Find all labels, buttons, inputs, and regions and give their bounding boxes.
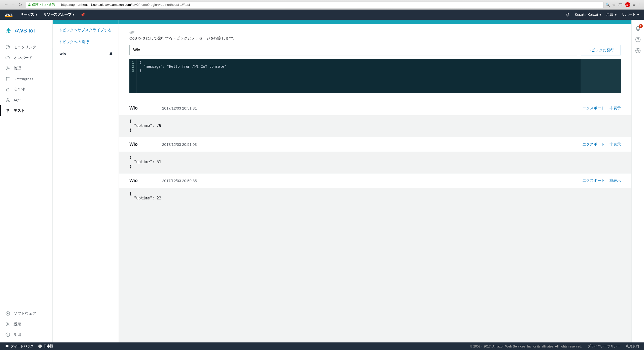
nav-support[interactable]: サポート▾: [622, 12, 639, 17]
gear-icon: [5, 65, 11, 71]
notifications-icon[interactable]: 1: [635, 26, 641, 31]
messages-list: Wio2017/12/03 20:51:31エクスポート非表示{ "uptime…: [119, 101, 631, 205]
sidebar-item-learn[interactable]: 学習: [0, 329, 52, 340]
aws-logo[interactable]: aws: [5, 12, 13, 17]
browser-back[interactable]: ←: [3, 1, 10, 8]
help-icon[interactable]: [635, 37, 641, 42]
footer: フィードバック 日本語 © 2008 - 2017, Amazon Web Se…: [0, 342, 644, 350]
star-icon[interactable]: ☆: [612, 3, 616, 7]
notification-count: 1: [639, 24, 643, 28]
teal-header-bar: [119, 20, 631, 24]
publish-button[interactable]: トピックに発行: [581, 45, 621, 55]
nav-pin-icon[interactable]: 📌: [81, 13, 85, 17]
footer-privacy[interactable]: プライバシーポリシー: [588, 344, 620, 348]
message-item: Wio2017/12/03 20:51:31エクスポート非表示{ "uptime…: [119, 101, 631, 137]
sidebar-item-act[interactable]: ACT: [0, 95, 52, 105]
message-body: { "uptime": 79 }: [119, 115, 631, 137]
sidebar-item-software[interactable]: ソフトウェア: [0, 308, 52, 319]
secure-label: 保護された通信: [32, 3, 55, 7]
topic-name: Wio: [59, 52, 66, 56]
sidebar-item-test[interactable]: テスト: [0, 105, 52, 116]
message-timestamp: 2017/12/03 20:50:35: [162, 179, 582, 183]
sidebar-item-manage[interactable]: 管理: [0, 63, 52, 74]
sidebar-item-label: モニタリング: [14, 45, 36, 50]
browser-reload[interactable]: ↻: [17, 1, 24, 8]
lock-icon: [28, 3, 31, 6]
sidebar-item-security[interactable]: 安全性: [0, 84, 52, 95]
footer-language[interactable]: 日本語: [38, 344, 53, 348]
sidebar-item-onboard[interactable]: オンボード: [0, 52, 52, 63]
footer-copyright: © 2008 - 2017, Amazon Web Services, Inc.…: [470, 344, 582, 348]
message-header: Wio2017/12/03 20:51:31エクスポート非表示: [119, 101, 631, 115]
sidebar-item-settings[interactable]: 設定: [0, 319, 52, 329]
footer-feedback[interactable]: フィードバック: [5, 344, 33, 348]
close-icon[interactable]: ✖: [109, 51, 113, 56]
svg-point-10: [7, 98, 8, 99]
message-export[interactable]: エクスポート: [582, 142, 605, 147]
svg-rect-7: [7, 89, 9, 91]
content-area: 発行 QoS を 0 にして発行するトピックとメッセージを指定します。 トピック…: [119, 20, 644, 342]
message-export[interactable]: エクスポート: [582, 178, 605, 183]
message-item: Wio2017/12/03 20:51:03エクスポート非表示{ "uptime…: [119, 137, 631, 173]
zoom-icon[interactable]: 🔍: [605, 3, 610, 7]
sidebar-item-monitoring[interactable]: モニタリング: [0, 42, 52, 52]
subscribe-link[interactable]: トピックへサブスクライブする: [53, 24, 119, 36]
publish-title: 発行: [129, 30, 621, 35]
message-timestamp: 2017/12/03 20:51:03: [162, 142, 582, 147]
sidebar-brand[interactable]: AWS IoT: [0, 27, 52, 42]
aws-top-nav: aws サービス▾ リソースグループ▾ 📌 Kosuke Koiwai▾ 東京▾…: [0, 10, 644, 20]
browser-forward[interactable]: →: [10, 1, 17, 8]
globe-icon: [38, 344, 42, 348]
message-item: Wio2017/12/03 20:50:35エクスポート非表示{ "uptime…: [119, 173, 631, 205]
publish-link[interactable]: トピックへの発行: [53, 36, 119, 48]
url-bar[interactable]: 保護された通信 https://ap-northeast-1.console.a…: [26, 1, 603, 8]
url-divider: [59, 3, 59, 7]
sidebar: AWS IoT モニタリング オンボード 管理 Greengrass 安全性 A…: [0, 20, 53, 342]
cast-icon[interactable]: [618, 3, 623, 7]
subscribed-topic[interactable]: Wio ✖: [53, 48, 119, 60]
topics-column: トピックへサブスクライブする トピックへの発行 Wio ✖: [53, 20, 119, 342]
nav-resource-groups[interactable]: リソースグループ▾: [43, 12, 74, 17]
message-topic: Wio: [129, 142, 162, 147]
greengrass-icon: [5, 76, 11, 82]
nav-region[interactable]: 東京▾: [606, 12, 617, 17]
nav-bell-icon[interactable]: [566, 13, 570, 17]
sidebar-item-label: 安全性: [14, 87, 25, 92]
publish-desc: QoS を 0 にして発行するトピックとメッセージを指定します。: [129, 36, 621, 41]
caret-down-icon: ▾: [615, 13, 617, 17]
message-body: { "uptime": 22: [119, 188, 631, 205]
browser-chrome: ← → ↻ 保護された通信 https://ap-northeast-1.con…: [0, 0, 644, 10]
teal-header-bar: [53, 20, 119, 24]
caret-down-icon: ▾: [36, 13, 37, 16]
abp-icon[interactable]: ABP: [625, 2, 630, 7]
aws-iot-icon: [5, 27, 12, 34]
extension-icon[interactable]: ▰: [633, 3, 635, 7]
svg-point-9: [9, 101, 9, 101]
activity-icon[interactable]: [635, 48, 641, 53]
editor-minimap: [581, 59, 621, 93]
sidebar-item-label: ACT: [14, 98, 21, 102]
editor-code[interactable]: { "message": "Hello from AWS IoT console…: [137, 59, 229, 93]
topic-input[interactable]: [129, 45, 577, 55]
svg-point-8: [6, 101, 7, 101]
footer-terms[interactable]: 利用規約: [626, 344, 639, 348]
message-export[interactable]: エクスポート: [582, 106, 605, 111]
message-hide[interactable]: 非表示: [610, 106, 621, 111]
main-layout: AWS IoT モニタリング オンボード 管理 Greengrass 安全性 A…: [0, 20, 644, 342]
antenna-icon: [5, 108, 11, 113]
message-editor[interactable]: 1 2 3 { "message": "Hello from AWS IoT c…: [129, 59, 621, 93]
svg-point-2: [7, 68, 9, 69]
sidebar-item-greengrass[interactable]: Greengrass: [0, 74, 52, 84]
nav-user[interactable]: Kosuke Koiwai▾: [575, 13, 601, 17]
message-hide[interactable]: 非表示: [610, 178, 621, 183]
menu-icon[interactable]: ⋮: [638, 3, 641, 7]
svg-point-0: [8, 30, 9, 31]
message-topic: Wio: [129, 178, 162, 183]
message-header: Wio2017/12/03 20:50:35エクスポート非表示: [119, 173, 631, 188]
message-hide[interactable]: 非表示: [610, 142, 621, 147]
message-topic: Wio: [129, 106, 162, 111]
caret-down-icon: ▾: [637, 13, 639, 17]
nav-services[interactable]: サービス▾: [20, 12, 37, 17]
svg-point-13: [7, 324, 9, 325]
sidebar-item-label: 管理: [14, 66, 21, 71]
